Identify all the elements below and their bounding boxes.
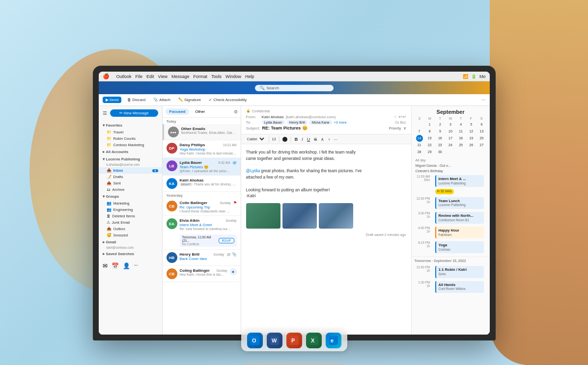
menu-outlook[interactable]: Outlook (116, 74, 132, 79)
sidebar-item-junk[interactable]: ⚠ Junk Email (99, 219, 162, 226)
cal-day-13[interactable]: 13 (478, 128, 485, 135)
bold-button[interactable]: B (294, 136, 299, 142)
cal-day-22[interactable]: 22 (426, 142, 433, 149)
email-item-henry[interactable]: HB Henry Brill Sunday Back Cover Idea (163, 250, 241, 266)
sidebar-item-robin-counts[interactable]: 📁 Robin Counts (99, 135, 162, 142)
email-item-elvia[interactable]: EA Elvia Atkin Sunday Intern Meet & Gree… (163, 216, 241, 250)
sidebar-item-engineering[interactable]: 👥 Engineering (99, 207, 162, 213)
font-select[interactable]: Calibri (245, 136, 266, 142)
cal-day-9[interactable]: 9 (437, 128, 444, 135)
cal-day-24[interactable]: 24 (447, 142, 454, 149)
sidebar-item-drafts[interactable]: 📝 Drafts (99, 174, 162, 180)
cal-event-allhands[interactable]: All Hands Conf Room Wilkins (435, 281, 484, 293)
menu-file[interactable]: File (136, 74, 143, 79)
strikethrough-button[interactable]: S (313, 136, 318, 142)
sidebar-item-outbox[interactable]: 📤 Outbox (99, 226, 162, 232)
cal-day-19[interactable]: 19 (468, 135, 475, 142)
cal-day-30[interactable]: 30 (437, 149, 444, 156)
cal-allday-event-1[interactable]: Miguel Garcia - Out o... (412, 163, 490, 168)
sidebar-item-marketing[interactable]: 👥 Marketing (99, 200, 162, 207)
cal-day-8[interactable]: 8 (426, 128, 433, 135)
cal-day-21[interactable]: 21 (416, 142, 423, 149)
attach-button[interactable]: 📎 Attach (151, 97, 172, 103)
cal-day-3[interactable]: 3 (447, 121, 454, 128)
color-picker[interactable] (282, 137, 287, 142)
cal-day-26[interactable]: 26 (468, 142, 475, 149)
cal-day-27[interactable]: 27 (478, 142, 485, 149)
email-item-daisy[interactable]: DP Daisy Phillips 10:21 AM Yoga Workshop… (163, 140, 241, 158)
sidebar-item-travel[interactable]: 📁 Travel (99, 129, 162, 135)
cal-event-review[interactable]: Review with North... Conference Room B1 (435, 212, 484, 224)
cal-day-1[interactable]: 1 (426, 121, 433, 128)
recipients-more[interactable]: +3 more (334, 121, 347, 124)
cal-day[interactable] (416, 121, 423, 128)
dock-outlook[interactable]: O (247, 333, 263, 348)
check-accessibility-button[interactable]: ✓ Check Accessibility (207, 97, 249, 103)
underline-button[interactable]: U (306, 136, 311, 142)
italic-button[interactable]: I (301, 136, 304, 142)
email-item-coling2[interactable]: CB Coling Ballinger Sunday Hey Katri, I … (163, 266, 241, 282)
tab-focused[interactable]: Focused (166, 108, 190, 115)
calendar-icon[interactable]: 📅 (112, 262, 119, 269)
cal-day-18[interactable]: 18 (457, 135, 464, 142)
cal-event-yoga[interactable]: Yoga Contoso (435, 241, 484, 253)
email-item-grouped[interactable]: ●●● Other Emails Northwind Trader, Elvia… (163, 124, 241, 140)
recipient-lydia[interactable]: Lydia Bauer (262, 120, 285, 125)
cal-day-23[interactable]: 23 (437, 142, 444, 149)
filter-icon[interactable]: ⚙ (234, 109, 238, 114)
signature-button[interactable]: ✏️ Signature (176, 97, 203, 103)
sidebar-item-inbox[interactable]: 📥 Inbox 5 (99, 167, 162, 174)
sidebar-item-sent[interactable]: 📤 Sent (99, 180, 162, 186)
cal-day-11[interactable]: 11 (457, 128, 464, 135)
sidebar-item-snoozed[interactable]: 😴 Snoozed (99, 232, 162, 238)
email-item-lydia[interactable]: LB Lydia Bauer 9:32 AM Team Pictures 😊 @… (163, 158, 241, 176)
cal-event-happy-hour[interactable]: Happy Hour Fabrikam (435, 227, 484, 238)
cal-day-29[interactable]: 29 (426, 149, 433, 156)
more-options-button[interactable]: ··· (481, 97, 485, 103)
cal-event-lunch[interactable]: Team Lunch Lucerne Publishing (435, 197, 484, 209)
dock-word[interactable]: W (267, 333, 282, 348)
cal-event-robin[interactable]: 1:1 Robin / Katri Soho (435, 266, 484, 278)
new-message-button[interactable]: ✏ New Message (110, 109, 158, 117)
discard-button[interactable]: 🗑 Discard (125, 97, 147, 103)
cal-day-5[interactable]: 5 (468, 121, 475, 128)
email-item-colin[interactable]: CB Colin Ballinger Sunday Re: Upcoming T… (163, 198, 241, 216)
email-item-katri[interactable]: KA Katri Ahokas DRAFT Thank you all for … (163, 176, 241, 192)
menu-message[interactable]: Message (171, 74, 190, 79)
sidebar-item-deleted[interactable]: 🗑 Deleted Items (99, 213, 162, 219)
menu-tools[interactable]: Tools (211, 74, 222, 79)
cal-day-15[interactable]: 15 (426, 135, 433, 142)
people-icon[interactable]: 👤 (123, 262, 130, 269)
hamburger-menu-button[interactable]: ☰ (103, 110, 107, 116)
cal-day-25[interactable]: 25 (457, 142, 464, 149)
cal-day-14[interactable]: 14 (416, 135, 423, 142)
menu-view[interactable]: View (158, 74, 168, 79)
more-format-button[interactable]: › (327, 136, 331, 142)
cal-day-17[interactable]: 17 (447, 135, 454, 142)
menu-window[interactable]: Window (225, 74, 241, 79)
cal-day-6[interactable]: 6 (478, 121, 485, 128)
cal-event-intern[interactable]: Intern Meet & ... Lucerne Publishing (435, 175, 484, 187)
cal-day-7[interactable]: 7 (416, 128, 423, 135)
cal-day-12[interactable]: 12 (468, 128, 475, 135)
cal-day-20[interactable]: 20 (478, 135, 485, 142)
menu-edit[interactable]: Edit (146, 74, 154, 79)
sidebar-item-archive[interactable]: 🗂 Archive (99, 186, 162, 193)
cal-allday-event-2[interactable]: Celeste's Birthday (412, 168, 490, 174)
dock-powerpoint[interactable]: P (286, 333, 302, 348)
tab-other[interactable]: Other (191, 108, 209, 115)
rsvp-button[interactable]: RSVP (219, 238, 234, 243)
search-input-wrap[interactable]: 🔍 Search (255, 85, 334, 91)
send-button[interactable]: ▶ Send (103, 97, 122, 103)
cal-day-4[interactable]: 4 (457, 121, 464, 128)
sidebar-item-contoso-marketing[interactable]: 📁 Contoso Marketing (99, 142, 162, 148)
recipient-henry[interactable]: Henry Brill (287, 120, 308, 125)
mail-icon[interactable]: ✉ (103, 262, 108, 269)
dock-edge[interactable]: e (326, 333, 341, 348)
more-icon[interactable]: ··· (134, 262, 138, 269)
cc-bcc-label[interactable]: Cc Bcc (395, 121, 406, 124)
menu-format[interactable]: Format (193, 74, 207, 79)
cal-day-28[interactable]: 28 (416, 149, 423, 156)
cal-day-10[interactable]: 10 (447, 128, 454, 135)
cal-day-16[interactable]: 16 (437, 135, 444, 142)
